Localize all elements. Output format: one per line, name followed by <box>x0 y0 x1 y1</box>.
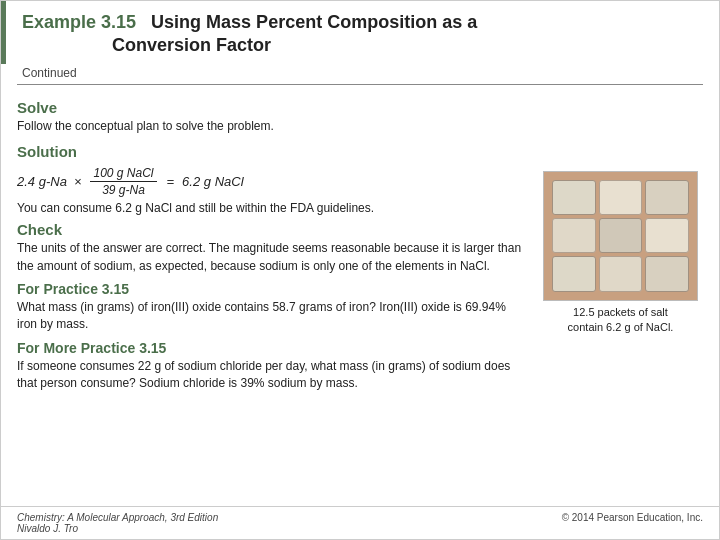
salt-image <box>543 171 698 301</box>
footer-left: Chemistry: A Molecular Approach, 3rd Edi… <box>17 512 218 534</box>
title-part1: Using Mass Percent Composition as a <box>151 12 477 32</box>
salt-packets-grid <box>544 172 697 300</box>
footer-book-title: Chemistry: A Molecular Approach, 3rd Edi… <box>17 512 218 523</box>
title-part2: Conversion Factor <box>112 35 271 55</box>
header: Example 3.15 Using Mass Percent Composit… <box>1 1 719 64</box>
packet-1 <box>552 180 596 215</box>
numerator: 100 g NaCl <box>90 166 156 182</box>
salt-caption-line2: contain 6.2 g of NaCl. <box>568 321 674 333</box>
fda-text: You can consume 6.2 g NaCl and still be … <box>17 201 528 215</box>
page: Example 3.15 Using Mass Percent Composit… <box>0 0 720 540</box>
salt-caption: 12.5 packets of salt contain 6.2 g of Na… <box>568 305 674 336</box>
formula-result: 6.2 g NaCl <box>182 174 243 189</box>
equals-sign: = <box>167 174 175 189</box>
for-more-practice-heading: For More Practice 3.15 <box>17 340 528 356</box>
solution-heading: Solution <box>17 143 528 160</box>
packet-7 <box>552 256 596 291</box>
right-column: 12.5 packets of salt contain 6.2 g of Na… <box>538 91 703 502</box>
packet-9 <box>645 256 689 291</box>
check-text: The units of the answer are correct. The… <box>17 240 528 275</box>
packet-5 <box>599 218 643 253</box>
math-formula: 2.4 g‑Na × 100 g NaCl 39 g‑Na = 6.2 g Na… <box>17 166 244 197</box>
check-heading: Check <box>17 221 528 238</box>
packet-8 <box>599 256 643 291</box>
denominator: 39 g‑Na <box>99 182 148 197</box>
fraction: 100 g NaCl 39 g‑Na <box>90 166 156 197</box>
left-column: Solve Follow the conceptual plan to solv… <box>17 91 528 502</box>
packet-6 <box>645 218 689 253</box>
packet-3 <box>645 180 689 215</box>
solve-heading: Solve <box>17 99 528 116</box>
header-title: Example 3.15 Using Mass Percent Composit… <box>22 11 703 58</box>
for-more-practice-text: If someone consumes 22 g of sodium chlor… <box>17 358 528 393</box>
footer-copyright: © 2014 Pearson Education, Inc. <box>562 512 703 534</box>
footer: Chemistry: A Molecular Approach, 3rd Edi… <box>1 506 719 539</box>
main-content: Solve Follow the conceptual plan to solv… <box>1 85 719 502</box>
for-practice-text: What mass (in grams) of iron(III) oxide … <box>17 299 528 334</box>
continued-label: Continued <box>1 64 719 84</box>
footer-author: Nivaldo J. Tro <box>17 523 218 534</box>
times-sign: × <box>74 174 82 189</box>
for-practice-heading: For Practice 3.15 <box>17 281 528 297</box>
packet-2 <box>599 180 643 215</box>
solve-text: Follow the conceptual plan to solve the … <box>17 118 528 135</box>
formula-start: 2.4 g‑Na <box>17 174 67 189</box>
packet-4 <box>552 218 596 253</box>
example-label: Example 3.15 <box>22 12 136 32</box>
formula-area: 2.4 g‑Na × 100 g NaCl 39 g‑Na = 6.2 g Na… <box>17 166 528 197</box>
salt-caption-line1: 12.5 packets of salt <box>573 306 668 318</box>
